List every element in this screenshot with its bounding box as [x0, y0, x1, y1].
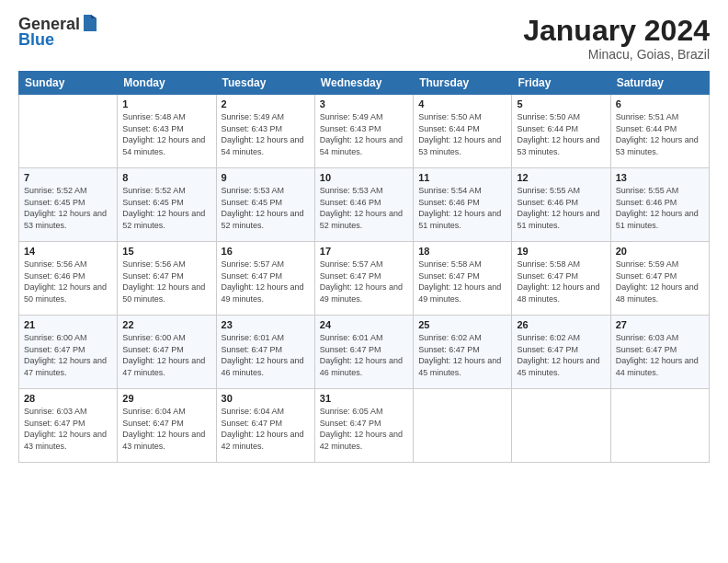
day-info: Sunrise: 5:52 AMSunset: 6:45 PMDaylight:…: [24, 186, 107, 230]
table-cell: 22Sunrise: 6:00 AMSunset: 6:47 PMDayligh…: [118, 316, 216, 389]
day-number: 7: [24, 172, 112, 183]
day-number: 26: [517, 319, 605, 330]
table-cell: 15Sunrise: 5:56 AMSunset: 6:47 PMDayligh…: [118, 242, 216, 316]
table-cell: 9Sunrise: 5:53 AMSunset: 6:45 PMDaylight…: [216, 168, 314, 242]
day-number: 17: [320, 246, 408, 257]
day-info: Sunrise: 5:48 AMSunset: 6:43 PMDaylight:…: [122, 112, 205, 156]
calendar-week-row: 7Sunrise: 5:52 AMSunset: 6:45 PMDaylight…: [19, 168, 710, 242]
table-cell: [19, 95, 118, 168]
logo-icon: [82, 15, 98, 33]
table-cell: 25Sunrise: 6:02 AMSunset: 6:47 PMDayligh…: [414, 316, 512, 389]
table-cell: 24Sunrise: 6:01 AMSunset: 6:47 PMDayligh…: [314, 316, 413, 389]
day-info: Sunrise: 5:54 AMSunset: 6:46 PMDaylight:…: [418, 186, 501, 230]
table-cell: 18Sunrise: 5:58 AMSunset: 6:47 PMDayligh…: [414, 242, 512, 316]
day-info: Sunrise: 6:04 AMSunset: 6:47 PMDaylight:…: [222, 407, 304, 451]
day-number: 31: [320, 393, 408, 404]
day-number: 13: [616, 172, 704, 183]
day-number: 6: [616, 98, 704, 109]
day-number: 30: [222, 393, 310, 404]
day-info: Sunrise: 5:57 AMSunset: 6:47 PMDaylight:…: [222, 259, 304, 304]
day-info: Sunrise: 6:04 AMSunset: 6:47 PMDaylight:…: [122, 407, 205, 451]
table-cell: 2Sunrise: 5:49 AMSunset: 6:43 PMDaylight…: [216, 95, 314, 168]
day-number: 10: [320, 172, 408, 183]
table-cell: 16Sunrise: 5:57 AMSunset: 6:47 PMDayligh…: [216, 242, 314, 316]
day-info: Sunrise: 6:01 AMSunset: 6:47 PMDaylight:…: [320, 333, 403, 377]
day-number: 14: [24, 246, 112, 257]
col-sunday: Sunday: [19, 72, 118, 95]
day-info: Sunrise: 5:53 AMSunset: 6:45 PMDaylight:…: [222, 186, 304, 230]
col-thursday: Thursday: [414, 72, 512, 95]
table-cell: 20Sunrise: 5:59 AMSunset: 6:47 PMDayligh…: [610, 242, 709, 316]
day-info: Sunrise: 5:58 AMSunset: 6:47 PMDaylight:…: [517, 259, 599, 304]
day-number: 19: [517, 246, 605, 257]
table-cell: 21Sunrise: 6:00 AMSunset: 6:47 PMDayligh…: [19, 316, 118, 389]
day-info: Sunrise: 5:56 AMSunset: 6:46 PMDaylight:…: [24, 259, 107, 304]
day-info: Sunrise: 5:52 AMSunset: 6:45 PMDaylight:…: [122, 186, 205, 230]
day-number: 25: [418, 319, 506, 330]
day-info: Sunrise: 5:50 AMSunset: 6:44 PMDaylight:…: [517, 112, 599, 156]
table-cell: 28Sunrise: 6:03 AMSunset: 6:47 PMDayligh…: [19, 389, 118, 463]
header: General Blue January 2024 Minacu, Goias,…: [18, 15, 710, 62]
day-info: Sunrise: 5:57 AMSunset: 6:47 PMDaylight:…: [320, 259, 403, 304]
day-info: Sunrise: 5:49 AMSunset: 6:43 PMDaylight:…: [222, 112, 304, 156]
table-cell: 1Sunrise: 5:48 AMSunset: 6:43 PMDaylight…: [118, 95, 216, 168]
col-saturday: Saturday: [610, 72, 709, 95]
calendar-week-row: 28Sunrise: 6:03 AMSunset: 6:47 PMDayligh…: [19, 389, 710, 463]
day-info: Sunrise: 6:01 AMSunset: 6:47 PMDaylight:…: [222, 333, 304, 377]
day-info: Sunrise: 6:02 AMSunset: 6:47 PMDaylight:…: [418, 333, 501, 377]
day-number: 20: [616, 246, 704, 257]
col-monday: Monday: [118, 72, 216, 95]
day-number: 28: [24, 393, 112, 404]
table-cell: 14Sunrise: 5:56 AMSunset: 6:46 PMDayligh…: [19, 242, 118, 316]
day-info: Sunrise: 5:55 AMSunset: 6:46 PMDaylight:…: [616, 186, 699, 230]
day-number: 11: [418, 172, 506, 183]
table-cell: 6Sunrise: 5:51 AMSunset: 6:44 PMDaylight…: [610, 95, 709, 168]
title-block: January 2024 Minacu, Goias, Brazil: [523, 15, 710, 62]
day-info: Sunrise: 5:59 AMSunset: 6:47 PMDaylight:…: [616, 259, 699, 304]
day-number: 2: [222, 98, 310, 109]
day-number: 24: [320, 319, 408, 330]
table-cell: 19Sunrise: 5:58 AMSunset: 6:47 PMDayligh…: [512, 242, 610, 316]
table-cell: 4Sunrise: 5:50 AMSunset: 6:44 PMDaylight…: [414, 95, 512, 168]
table-cell: 3Sunrise: 5:49 AMSunset: 6:43 PMDaylight…: [314, 95, 413, 168]
day-info: Sunrise: 5:58 AMSunset: 6:47 PMDaylight:…: [418, 259, 501, 304]
day-info: Sunrise: 5:50 AMSunset: 6:44 PMDaylight:…: [418, 112, 501, 156]
day-number: 27: [616, 319, 704, 330]
day-number: 9: [222, 172, 310, 183]
calendar-week-row: 14Sunrise: 5:56 AMSunset: 6:46 PMDayligh…: [19, 242, 710, 316]
calendar-table: Sunday Monday Tuesday Wednesday Thursday…: [18, 71, 710, 463]
day-info: Sunrise: 6:03 AMSunset: 6:47 PMDaylight:…: [24, 407, 107, 451]
day-info: Sunrise: 6:00 AMSunset: 6:47 PMDaylight:…: [24, 333, 107, 377]
day-info: Sunrise: 6:00 AMSunset: 6:47 PMDaylight:…: [122, 333, 205, 377]
day-number: 15: [122, 246, 210, 257]
col-tuesday: Tuesday: [216, 72, 314, 95]
day-number: 23: [222, 319, 310, 330]
table-cell: 11Sunrise: 5:54 AMSunset: 6:46 PMDayligh…: [414, 168, 512, 242]
logo: General Blue: [18, 15, 98, 50]
day-info: Sunrise: 5:53 AMSunset: 6:46 PMDaylight:…: [320, 186, 403, 230]
table-cell: 31Sunrise: 6:05 AMSunset: 6:47 PMDayligh…: [314, 389, 413, 463]
col-friday: Friday: [512, 72, 610, 95]
table-cell: [610, 389, 709, 463]
table-cell: 23Sunrise: 6:01 AMSunset: 6:47 PMDayligh…: [216, 316, 314, 389]
table-cell: 30Sunrise: 6:04 AMSunset: 6:47 PMDayligh…: [216, 389, 314, 463]
day-info: Sunrise: 5:55 AMSunset: 6:46 PMDaylight:…: [517, 186, 599, 230]
month-year: January 2024: [523, 15, 710, 47]
day-number: 8: [122, 172, 210, 183]
calendar-header-row: Sunday Monday Tuesday Wednesday Thursday…: [19, 72, 710, 95]
calendar-week-row: 1Sunrise: 5:48 AMSunset: 6:43 PMDaylight…: [19, 95, 710, 168]
table-cell: 8Sunrise: 5:52 AMSunset: 6:45 PMDaylight…: [118, 168, 216, 242]
day-info: Sunrise: 6:03 AMSunset: 6:47 PMDaylight:…: [616, 333, 699, 377]
table-cell: 10Sunrise: 5:53 AMSunset: 6:46 PMDayligh…: [314, 168, 413, 242]
table-cell: 13Sunrise: 5:55 AMSunset: 6:46 PMDayligh…: [610, 168, 709, 242]
day-number: 16: [222, 246, 310, 257]
table-cell: 7Sunrise: 5:52 AMSunset: 6:45 PMDaylight…: [19, 168, 118, 242]
table-cell: 12Sunrise: 5:55 AMSunset: 6:46 PMDayligh…: [512, 168, 610, 242]
day-info: Sunrise: 5:49 AMSunset: 6:43 PMDaylight:…: [320, 112, 403, 156]
day-info: Sunrise: 5:56 AMSunset: 6:47 PMDaylight:…: [122, 259, 205, 304]
day-info: Sunrise: 5:51 AMSunset: 6:44 PMDaylight:…: [616, 112, 699, 156]
day-number: 21: [24, 319, 112, 330]
table-cell: 29Sunrise: 6:04 AMSunset: 6:47 PMDayligh…: [118, 389, 216, 463]
page: General Blue January 2024 Minacu, Goias,…: [0, 0, 728, 563]
day-number: 12: [517, 172, 605, 183]
